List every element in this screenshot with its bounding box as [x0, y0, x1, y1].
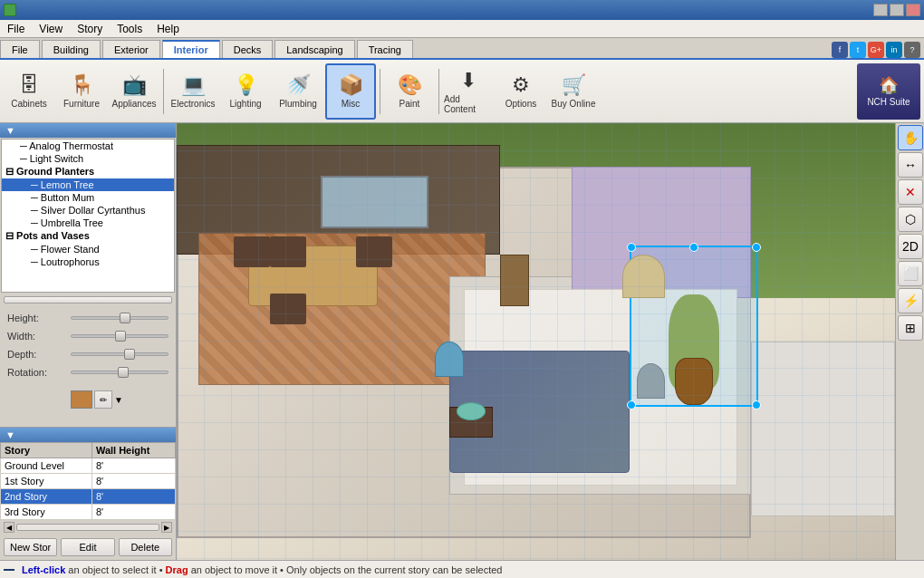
menu-item-story[interactable]: Story — [70, 20, 110, 37]
slider-thumb[interactable] — [124, 349, 135, 360]
material-arrow[interactable]: ▼ — [114, 395, 123, 405]
tool-btn-options[interactable]: ⚙Options — [496, 63, 546, 120]
tool-btn-buy-online[interactable]: 🛒Buy Online — [548, 63, 599, 120]
chair-4 — [270, 294, 306, 324]
story-row[interactable]: Ground Level8' — [1, 458, 176, 474]
scroll-right[interactable]: ▶ — [161, 522, 172, 533]
tool-btn-appliances[interactable]: 📺Appliances — [109, 63, 159, 120]
prop-slider-height[interactable] — [71, 311, 168, 325]
tree-item-button-mum[interactable]: ─ Button Mum — [2, 191, 174, 204]
story-row[interactable]: 1st Story8' — [1, 474, 176, 489]
terrain-tool[interactable]: ⬡ — [898, 207, 923, 232]
tool-label: Lighting — [229, 99, 261, 109]
nch-label: NCH Suite — [867, 97, 910, 107]
tool-icon-appliances: 📺 — [122, 73, 147, 97]
material-swatch[interactable] — [71, 390, 92, 409]
grid-tool[interactable]: ⊞ — [898, 315, 923, 341]
pan-tool[interactable]: ✋ — [898, 125, 923, 150]
prop-slider-depth[interactable] — [71, 347, 168, 361]
wallheight-col-header: Wall Height — [91, 443, 175, 458]
slider-thumb[interactable] — [115, 331, 126, 342]
status-message: Left-click an object to select it • Drag… — [22, 564, 502, 575]
tab-building[interactable]: Building — [42, 40, 101, 58]
electric-tool[interactable]: ⚡ — [898, 288, 923, 313]
story-table-container: Story Wall Height Ground Level8'1st Stor… — [0, 442, 176, 520]
get-more-content-button[interactable] — [4, 296, 172, 303]
story-section-header[interactable]: ▼ — [0, 428, 176, 442]
tab-exterior[interactable]: Exterior — [102, 40, 160, 58]
titlebar — [0, 0, 924, 20]
tool-icon-plumbing: 🚿 — [286, 73, 311, 97]
tree-item-flower-stand[interactable]: ─ Flower Stand — [2, 243, 174, 255]
tool-btn-cabinets[interactable]: 🗄Cabinets — [4, 63, 54, 120]
new-story-button[interactable]: New Stor — [4, 538, 57, 556]
tool-btn-electronics[interactable]: 💻Electronics — [168, 63, 218, 120]
tool-btn-misc[interactable]: 📦Misc — [325, 63, 376, 120]
story-section: ▼ Story Wall Height Ground Level8'1st St… — [0, 427, 176, 560]
window-controls[interactable] — [873, 4, 920, 16]
tab-tracing[interactable]: Tracing — [357, 40, 413, 58]
tool-btn-furniture[interactable]: 🪑Furniture — [56, 63, 107, 120]
selection-handle-top[interactable] — [689, 243, 698, 252]
story-name-cell: Ground Level — [1, 458, 92, 474]
menu-item-file[interactable]: File — [0, 20, 32, 37]
prop-slider-rotation[interactable] — [71, 365, 168, 380]
rotate-tool[interactable]: ↔ — [898, 152, 923, 178]
delete-story-button[interactable]: Delete — [119, 538, 172, 556]
tab-interior[interactable]: Interior — [162, 40, 220, 58]
collapse-icon[interactable]: ▼ — [5, 125, 15, 136]
social-btn-1[interactable]: t — [850, 42, 866, 58]
tab-file[interactable]: File — [0, 40, 40, 58]
social-btn-0[interactable]: f — [832, 42, 848, 58]
menu-item-view[interactable]: View — [32, 20, 70, 37]
social-btn-3[interactable]: in — [886, 42, 902, 58]
story-collapse-icon: ▼ — [5, 429, 15, 440]
selection-handle-top-left[interactable] — [627, 243, 636, 252]
tree-item-light-switch[interactable]: ─ Light Switch — [2, 152, 174, 165]
tool-btn-paint[interactable]: 🎨Paint — [384, 63, 435, 120]
story-name-cell: 1st Story — [1, 474, 92, 489]
scroll-left[interactable]: ◀ — [4, 522, 14, 533]
material-edit-button[interactable]: ✏ — [94, 390, 112, 409]
social-btn-4[interactable]: ? — [904, 42, 920, 58]
tab-landscaping[interactable]: Landscaping — [274, 40, 354, 58]
tree-item-ground-planters[interactable]: ⊟ Ground Planters — [2, 165, 174, 178]
nch-suite-button[interactable]: 🏠NCH Suite — [857, 63, 920, 120]
tool-btn-lighting[interactable]: 💡Lighting — [220, 63, 271, 120]
minimize-button[interactable] — [873, 4, 888, 16]
room-tool[interactable]: ⬜ — [898, 261, 923, 286]
story-table: Story Wall Height Ground Level8'1st Stor… — [0, 442, 176, 520]
tree-item-pots-vases[interactable]: ⊟ Pots and Vases — [2, 229, 174, 243]
social-btn-2[interactable]: G+ — [868, 42, 884, 58]
wall-height-cell: 8' — [91, 458, 175, 474]
tool-label: Paint — [399, 99, 420, 109]
delete-tool[interactable]: ✕ — [898, 179, 923, 205]
menu-item-help[interactable]: Help — [149, 20, 187, 37]
story-row[interactable]: 3rd Story8' — [1, 505, 176, 520]
tree-item-silver-dollar[interactable]: ─ Silver Dollar Cyrtanthus — [2, 204, 174, 217]
tree-item-lemon-tree[interactable]: ─ Lemon Tree — [2, 178, 174, 191]
slider-thumb[interactable] — [120, 313, 130, 323]
tool-btn-plumbing[interactable]: 🚿Plumbing — [273, 63, 323, 120]
3d-canvas[interactable] — [177, 123, 895, 560]
maximize-button[interactable] — [890, 4, 904, 16]
tab-decks[interactable]: Decks — [222, 40, 274, 58]
prop-slider-width[interactable] — [71, 329, 168, 343]
tree-item-analog-thermostat[interactable]: ─ Analog Thermostat — [2, 140, 174, 152]
dresser-lamp — [622, 255, 666, 298]
door — [500, 255, 529, 307]
tool-btn-add-content[interactable]: ⬇Add Content — [443, 63, 494, 120]
wall-height-cell: 8' — [91, 505, 175, 520]
slider-thumb[interactable] — [118, 367, 129, 378]
edit-story-button[interactable]: Edit — [61, 538, 114, 556]
story-row[interactable]: 2nd Story8' — [1, 489, 176, 505]
2d-tool[interactable]: 2D — [898, 234, 923, 259]
tree-view[interactable]: ─ Analog Thermostat─ Light Switch⊟ Groun… — [1, 139, 175, 293]
close-button[interactable] — [906, 4, 920, 16]
menu-item-tools[interactable]: Tools — [110, 20, 149, 37]
tree-item-umbrella-tree[interactable]: ─ Umbrella Tree — [2, 217, 174, 229]
status-drag: Drag — [166, 564, 188, 575]
selection-handle-bottom-left[interactable] — [627, 400, 636, 409]
tree-item-loutrophorus[interactable]: ─ Loutrophorus — [2, 255, 174, 268]
scroll-track[interactable] — [16, 524, 159, 531]
